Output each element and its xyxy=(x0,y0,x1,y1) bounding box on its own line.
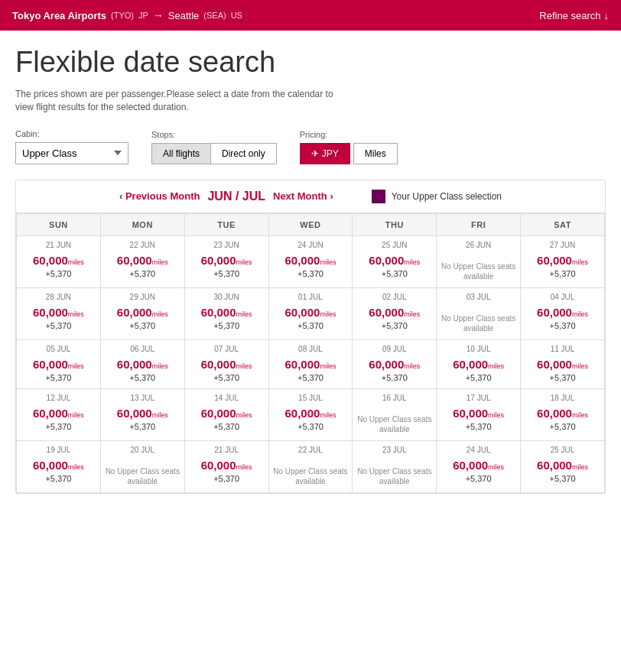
calendar-cell[interactable]: 01 JUL60,000miles+5,370 xyxy=(268,287,353,339)
calendar-cell[interactable]: 21 JUN60,000miles+5,370 xyxy=(17,235,101,287)
tax-row: +5,370 xyxy=(272,269,350,278)
route-arrow: → xyxy=(153,9,164,21)
calendar-cell[interactable]: 09 JUL60,000miles+5,370 xyxy=(353,339,437,388)
calendar-cell[interactable]: 29 JUN60,000miles+5,370 xyxy=(100,287,184,339)
miles-suffix: miles xyxy=(572,258,588,266)
miles-row: 60,000miles xyxy=(440,407,517,420)
calendar-cell[interactable]: 27 JUN60,000miles+5,370 xyxy=(521,235,605,287)
calendar-cell[interactable]: 04 JUL60,000miles+5,370 xyxy=(521,287,605,339)
date-label: 21 JUL xyxy=(188,446,265,454)
calendar-cell[interactable]: 17 JUL60,000miles+5,370 xyxy=(437,388,521,440)
calendar-cell[interactable]: 25 JUL60,000miles+5,370 xyxy=(521,440,605,492)
miles-number: 60,000 xyxy=(537,459,572,472)
page-subtitle: The prices shown are per passenger.Pleas… xyxy=(15,88,337,114)
tax-row: +5,370 xyxy=(104,269,181,278)
calendar-cell[interactable]: 19 JUL60,000miles+5,370 xyxy=(17,440,101,492)
miles-row: 60,000miles xyxy=(20,407,97,420)
miles-row: 60,000miles xyxy=(104,407,181,420)
miles-number: 60,000 xyxy=(537,358,572,371)
calendar-cell[interactable]: 22 JUN60,000miles+5,370 xyxy=(100,235,184,287)
date-label: 09 JUL xyxy=(356,345,433,353)
legend-box xyxy=(372,190,385,203)
calendar-cell[interactable]: 28 JUN60,000miles+5,370 xyxy=(17,287,101,339)
miles-suffix: miles xyxy=(236,411,252,419)
calendar-cell[interactable]: 13 JUL60,000miles+5,370 xyxy=(100,388,184,440)
date-label: 18 JUL xyxy=(524,394,601,402)
legend-label: Your Upper Class selection xyxy=(392,191,502,202)
calendar-cell[interactable]: 06 JUL60,000miles+5,370 xyxy=(100,339,184,388)
miles-row: 60,000miles xyxy=(188,407,265,420)
origin-city: Tokyo Area Airports xyxy=(12,10,106,21)
miles-suffix: miles xyxy=(236,310,252,318)
dest-country: US xyxy=(231,11,242,20)
miles-row: 60,000miles xyxy=(188,306,265,320)
calendar-cell[interactable]: 30 JUN60,000miles+5,370 xyxy=(184,287,268,339)
tax-row: +5,370 xyxy=(440,422,517,431)
miles-row: 60,000miles xyxy=(272,254,350,268)
date-label: 05 JUL xyxy=(20,345,97,353)
date-label: 28 JUN xyxy=(20,293,97,301)
date-label: 29 JUN xyxy=(104,293,181,301)
date-label: 24 JUL xyxy=(440,446,517,454)
direct-only-button[interactable]: Direct only xyxy=(210,143,277,164)
calendar-cell[interactable]: 18 JUL60,000miles+5,370 xyxy=(521,388,605,440)
tax-row: +5,370 xyxy=(272,373,350,382)
miles-row: 60,000miles xyxy=(272,407,350,420)
miles-row: 60,000miles xyxy=(356,358,433,372)
date-label: 14 JUL xyxy=(188,394,265,402)
calendar-cell: 22 JULNo Upper Class seats available xyxy=(268,440,353,492)
miles-row: 60,000miles xyxy=(188,254,265,268)
calendar-cell[interactable]: 24 JUN60,000miles+5,370 xyxy=(268,235,353,287)
cabin-select[interactable]: Upper Class Economy Premium Economy xyxy=(15,142,128,164)
cabin-filter: Cabin: Upper Class Economy Premium Econo… xyxy=(15,129,128,164)
date-label: 25 JUN xyxy=(356,241,433,249)
day-header-sun: SUN xyxy=(17,213,101,235)
miles-number: 60,000 xyxy=(33,407,68,420)
miles-button[interactable]: Miles xyxy=(353,143,398,164)
no-seats-message: No Upper Class seats available xyxy=(104,459,181,486)
tax-row: +5,370 xyxy=(188,321,265,330)
date-label: 02 JUL xyxy=(356,293,433,301)
calendar-cell[interactable]: 14 JUL60,000miles+5,370 xyxy=(184,388,268,440)
calendar-cell[interactable]: 08 JUL60,000miles+5,370 xyxy=(268,339,353,388)
calendar-cell[interactable]: 02 JUL60,000miles+5,370 xyxy=(353,287,437,339)
calendar-week-2: 05 JUL60,000miles+5,37006 JUL60,000miles… xyxy=(17,339,605,388)
refine-search-button[interactable]: Refine search ↓ xyxy=(539,10,609,21)
tax-row: +5,370 xyxy=(272,422,350,431)
miles-suffix: miles xyxy=(404,310,420,318)
legend: Your Upper Class selection xyxy=(372,190,502,203)
tax-row: +5,370 xyxy=(188,269,265,278)
miles-number: 60,000 xyxy=(369,358,404,371)
date-label: 11 JUL xyxy=(524,345,601,353)
miles-number: 60,000 xyxy=(201,358,236,371)
tax-row: +5,370 xyxy=(20,373,97,382)
calendar-cell[interactable]: 05 JUL60,000miles+5,370 xyxy=(17,339,101,388)
calendar-cell[interactable]: 23 JUN60,000miles+5,370 xyxy=(184,235,268,287)
tax-row: +5,370 xyxy=(272,321,350,330)
miles-suffix: miles xyxy=(68,258,84,266)
calendar-cell[interactable]: 12 JUL60,000miles+5,370 xyxy=(17,388,101,440)
calendar-cell[interactable]: 11 JUL60,000miles+5,370 xyxy=(521,339,605,388)
tax-row: +5,370 xyxy=(524,321,601,330)
calendar-cell[interactable]: 21 JUL60,000miles+5,370 xyxy=(184,440,268,492)
calendar-cell[interactable]: 07 JUL60,000miles+5,370 xyxy=(184,339,268,388)
miles-number: 60,000 xyxy=(285,254,320,267)
miles-suffix: miles xyxy=(68,362,84,370)
miles-number: 60,000 xyxy=(537,407,572,420)
calendar-cell[interactable]: 25 JUN60,000miles+5,370 xyxy=(353,235,437,287)
prev-month-button[interactable]: ‹ Previous Month xyxy=(119,190,200,202)
calendar-cell[interactable]: 10 JUL60,000miles+5,370 xyxy=(437,339,521,388)
calendar-cell[interactable]: 24 JUL60,000miles+5,370 xyxy=(437,440,521,492)
date-label: 30 JUN xyxy=(188,293,265,301)
next-month-button[interactable]: Next Month › xyxy=(273,190,333,202)
date-label: 12 JUL xyxy=(20,394,97,402)
jpy-button[interactable]: ✈ JPY xyxy=(300,143,350,164)
date-label: 23 JUN xyxy=(188,241,265,249)
miles-number: 60,000 xyxy=(369,254,404,267)
date-label: 22 JUN xyxy=(104,241,181,249)
miles-number: 60,000 xyxy=(453,459,488,472)
calendar-cell[interactable]: 15 JUL60,000miles+5,370 xyxy=(268,388,353,440)
miles-row: 60,000miles xyxy=(524,407,601,420)
all-flights-button[interactable]: All flights xyxy=(151,143,210,164)
miles-number: 60,000 xyxy=(453,407,488,420)
